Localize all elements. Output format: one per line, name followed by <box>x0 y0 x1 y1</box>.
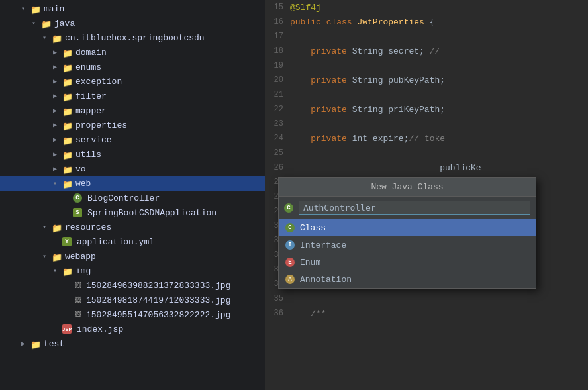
code-line-16: 16 public class JwtProperties { <box>265 15 588 29</box>
tree-item-service[interactable]: ▶ 📁 service <box>0 132 265 147</box>
code-line-35: 35 <box>265 291 588 306</box>
tree-item-utils[interactable]: ▶ 📁 utils <box>0 147 265 162</box>
code-line-25: 25 <box>265 146 588 160</box>
line-content-16: public class JwtProperties { <box>290 17 435 27</box>
tree-item-test[interactable]: ▶ 📁 test <box>0 336 265 351</box>
tree-label-domain: domain <box>75 48 107 58</box>
folder-icon-filter: 📁 <box>62 92 73 100</box>
tree-label-blogcontroller: BlogController <box>87 193 160 203</box>
enum-option-label: Enum <box>300 258 320 268</box>
tree-item-cn[interactable]: ▾ 📁 cn.itbluebox.springbootcsdn <box>0 30 265 45</box>
folder-icon-utils: 📁 <box>62 150 73 158</box>
code-line-26: 26 publicKe <box>265 160 588 175</box>
folder-icon-web: 📁 <box>62 179 73 187</box>
interface-option-icon: I <box>285 240 295 250</box>
dialog-input-row: C <box>279 197 536 219</box>
line-num-26: 26 <box>265 163 290 172</box>
tree-item-enums[interactable]: ▶ 📁 enums <box>0 60 265 74</box>
tree-label-resources: resources <box>65 222 111 232</box>
line-num-22: 22 <box>265 105 290 114</box>
tree-label-filter: filter <box>75 91 107 101</box>
tree-item-properties[interactable]: ▶ 📁 properties <box>0 118 265 132</box>
tree-label-java: java <box>54 19 75 28</box>
interface-option-label: Interface <box>300 240 346 250</box>
yaml-icon: Y <box>62 237 72 246</box>
line-content-21 <box>290 90 295 100</box>
folder-icon-webapp: 📁 <box>52 252 62 260</box>
tree-item-blogcontroller[interactable]: ▶ C BlogController <box>0 191 265 205</box>
folder-icon-resources: 📁 <box>52 223 62 231</box>
tree-label-mapper: mapper <box>75 106 107 116</box>
class-name-input[interactable] <box>299 201 530 215</box>
tree-item-filter[interactable]: ▶ 📁 filter <box>0 89 265 103</box>
tree-label-main: main <box>44 4 64 14</box>
line-num-21: 21 <box>265 90 290 99</box>
line-content-23 <box>290 119 295 129</box>
line-num-25: 25 <box>265 148 290 158</box>
tree-label-vo: vo <box>75 164 86 174</box>
tree-label-web: web <box>75 179 91 189</box>
dialog-title-bar: New Java Class <box>279 178 536 197</box>
tree-item-resources[interactable]: ▾ 📁 resources <box>0 220 265 234</box>
folder-icon-properties: 📁 <box>62 121 73 129</box>
image-icon-3: 🖼 <box>73 311 83 318</box>
code-line-22: 22 private String priKeyPath; <box>265 102 588 117</box>
tree-label-exception: exception <box>75 77 122 87</box>
dialog-title: New Java Class <box>371 182 443 192</box>
annotation-option-label: Annotation <box>300 275 352 285</box>
tree-item-applicationyml[interactable]: ▶ Y application.yml <box>0 234 265 249</box>
tree-item-mapper[interactable]: ▶ 📁 mapper <box>0 103 265 118</box>
file-tree: ▾ 📁 main ▾ 📁 java ▾ 📁 cn.itbluebox.sprin… <box>0 0 265 390</box>
tree-item-img[interactable]: ▾ 📁 img <box>0 264 265 278</box>
code-line-21: 21 <box>265 87 588 102</box>
tree-label-test: test <box>44 339 64 349</box>
tree-item-img2[interactable]: ▶ 🖼 150284981874419712033333.jpg <box>0 293 265 307</box>
code-line-15: 15 @Slf4j <box>265 0 588 15</box>
folder-icon-service: 📁 <box>62 136 73 144</box>
tree-item-img3[interactable]: ▶ 🖼 150284955147056332822222.jpg <box>0 307 265 322</box>
folder-icon-java: 📁 <box>41 19 52 27</box>
tree-item-domain[interactable]: ▶ 📁 domain <box>0 45 265 60</box>
option-interface[interactable]: I Interface <box>279 236 536 254</box>
tree-item-webapp[interactable]: ▾ 📁 webapp <box>0 249 265 264</box>
folder-icon-mapper: 📁 <box>62 107 73 115</box>
line-content-35 <box>290 294 295 304</box>
line-content-15: @Slf4j <box>290 3 321 13</box>
tree-item-vo[interactable]: ▶ 📁 vo <box>0 162 265 176</box>
tree-label-utils: utils <box>75 150 101 160</box>
tree-label-webapp: webapp <box>65 252 96 262</box>
line-content-36: /** <box>290 309 326 318</box>
line-content-19 <box>290 61 295 71</box>
tree-item-main[interactable]: ▾ 📁 main <box>0 1 265 16</box>
line-num-35: 35 <box>265 294 290 303</box>
tree-item-indexjsp[interactable]: ▶ JSP index.jsp <box>0 322 265 336</box>
code-line-17: 17 <box>265 29 588 44</box>
option-enum[interactable]: E Enum <box>279 254 536 271</box>
folder-icon-main: 📁 <box>30 5 41 13</box>
line-content-24: private int expire;// toke <box>290 134 445 144</box>
tree-label-properties: properties <box>75 121 127 130</box>
tree-label-service: service <box>75 135 112 145</box>
input-class-icon: C <box>284 203 293 213</box>
line-num-17: 17 <box>265 32 290 41</box>
tree-label-img: img <box>75 266 91 276</box>
code-line-23: 23 <box>265 117 588 131</box>
option-annotation[interactable]: A Annotation <box>279 271 536 288</box>
tree-label-applicationyml: application.yml <box>77 237 154 247</box>
line-num-20: 20 <box>265 75 290 85</box>
tree-label-indexjsp: index.jsp <box>77 324 123 334</box>
tree-label-img2: 150284981874419712033333.jpg <box>86 295 230 305</box>
option-class[interactable]: C Class <box>279 219 536 236</box>
class-icon-blogcontroller: C <box>73 193 82 203</box>
line-num-36: 36 <box>265 309 290 318</box>
tree-item-img1[interactable]: ▶ 🖼 150284963988231372833333.jpg <box>0 278 265 293</box>
tree-item-exception[interactable]: ▶ 📁 exception <box>0 74 265 89</box>
tree-item-web[interactable]: ▾ 📁 web <box>0 176 265 191</box>
code-editor: 15 @Slf4j 16 public class JwtProperties … <box>265 0 588 390</box>
tree-item-java[interactable]: ▾ 📁 java <box>0 16 265 30</box>
folder-icon-test: 📁 <box>30 340 41 348</box>
folder-icon-domain: 📁 <box>62 48 73 56</box>
annotation-option-icon: A <box>285 275 295 284</box>
tree-label-img1: 150284963988231372833333.jpg <box>86 281 230 291</box>
tree-item-springbootcsdn[interactable]: ▶ S SpringBootCSDNApplication <box>0 205 265 220</box>
